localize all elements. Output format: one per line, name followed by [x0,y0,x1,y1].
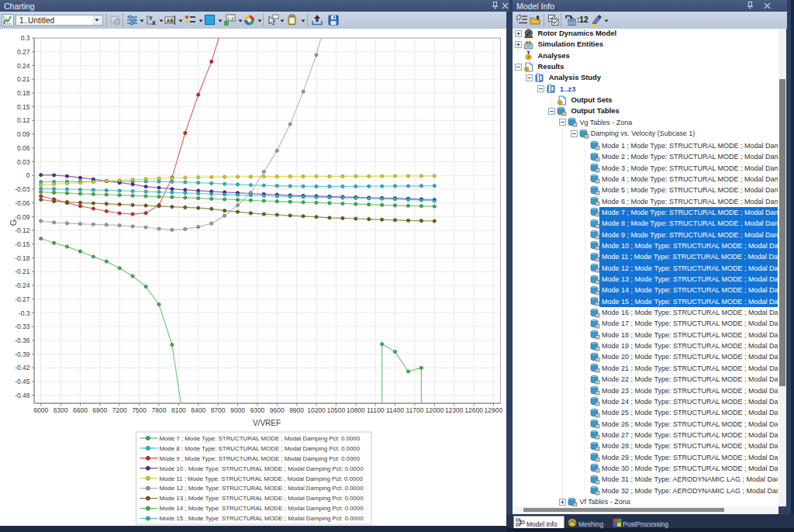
svg-text:0.27: 0.27 [17,48,30,56]
svg-text:-0.03: -0.03 [15,185,30,193]
svg-text:12900: 12900 [485,406,503,414]
svg-text:0.03: 0.03 [17,158,30,166]
svg-text:0.06: 0.06 [17,144,30,152]
svg-text:6300: 6300 [54,406,68,414]
svg-text:1.2: 1.2 [227,16,234,21]
svg-text:Mode 12 ; Mode Type: STRUCTURA: Mode 12 ; Mode Type: STRUCTURAL MODE ; M… [159,485,364,492]
svg-text:0.09: 0.09 [17,130,30,138]
svg-text:0.21: 0.21 [17,75,30,83]
svg-text:-0.12: -0.12 [15,226,30,234]
svg-text:12300: 12300 [445,406,464,414]
svg-text:6000: 6000 [33,406,48,414]
svg-text:10800: 10800 [347,406,365,414]
svg-text:11400: 11400 [386,406,404,414]
svg-text:Mode 10 ; Mode Type: STRUCTURA: Mode 10 ; Mode Type: STRUCTURAL MODE ; M… [159,465,364,472]
svg-text:9600: 9600 [270,406,285,414]
svg-text:-0.18: -0.18 [15,254,30,262]
svg-text:-0.36: -0.36 [15,337,30,344]
svg-text:9000: 9000 [230,406,245,414]
svg-text:-0.45: -0.45 [15,378,30,385]
svg-text:Mode 7 ; Mode Type: STRUCTURAL: Mode 7 ; Mode Type: STRUCTURAL MODE ; Mo… [159,435,360,442]
svg-text:0.18: 0.18 [17,89,30,97]
svg-text:-0.48: -0.48 [15,392,30,399]
svg-text:-0.15: -0.15 [15,240,30,248]
svg-text:V/VREF: V/VREF [253,419,281,427]
svg-text:0.12: 0.12 [17,116,30,124]
svg-text:Mode 14 ; Mode Type: STRUCTURA: Mode 14 ; Mode Type: STRUCTURAL MODE ; M… [159,505,364,512]
svg-text:Mode 13 ; Mode Type: STRUCTURA: Mode 13 ; Mode Type: STRUCTURAL MODE ; M… [159,495,364,502]
svg-text:-0.39: -0.39 [15,351,30,358]
svg-text:8100: 8100 [171,406,186,414]
svg-text:Mode 15 ; Mode Type: STRUCTURA: Mode 15 ; Mode Type: STRUCTURAL MODE ; M… [159,515,364,522]
svg-text:8400: 8400 [191,406,205,414]
svg-text:-0.3: -0.3 [19,309,30,317]
svg-text:7500: 7500 [132,406,147,414]
svg-text:9300: 9300 [250,406,264,414]
svg-text:10200: 10200 [307,406,326,414]
svg-text:8700: 8700 [211,406,226,414]
svg-text:G: G [9,219,18,226]
svg-text:-0.42: -0.42 [15,364,30,371]
svg-text:Mode 11 ; Mode Type: STRUCTURA: Mode 11 ; Mode Type: STRUCTURAL MODE ; M… [159,475,363,482]
svg-text:10500: 10500 [327,406,346,414]
svg-text:6600: 6600 [73,406,88,414]
svg-text:7800: 7800 [152,406,167,414]
svg-text:X: X [152,20,156,26]
svg-text:7200: 7200 [112,406,127,414]
svg-text:12600: 12600 [464,406,483,414]
svg-text:12000: 12000 [425,406,444,414]
svg-text:0.24: 0.24 [17,62,30,70]
svg-text:-0.06: -0.06 [15,199,30,207]
svg-text:11100: 11100 [367,406,385,414]
svg-text:-0.24: -0.24 [15,282,30,289]
svg-text:0.3: 0.3 [21,34,30,42]
svg-text:Mode 9 ; Mode Type: STRUCTURAL: Mode 9 ; Mode Type: STRUCTURAL MODE ; Mo… [159,455,360,462]
svg-text:Mode 8 ; Mode Type: STRUCTURAL: Mode 8 ; Mode Type: STRUCTURAL MODE ; Mo… [159,445,360,452]
svg-text:6900: 6900 [92,406,107,414]
svg-text:0: 0 [26,171,30,179]
svg-text:AB: AB [167,18,174,23]
svg-text:11700: 11700 [406,406,423,414]
svg-text:0.15: 0.15 [17,103,30,111]
svg-text:9900: 9900 [289,406,304,414]
svg-text:-0.21: -0.21 [15,268,30,275]
svg-text:-0.33: -0.33 [15,323,30,330]
svg-text:-0.27: -0.27 [15,295,30,303]
